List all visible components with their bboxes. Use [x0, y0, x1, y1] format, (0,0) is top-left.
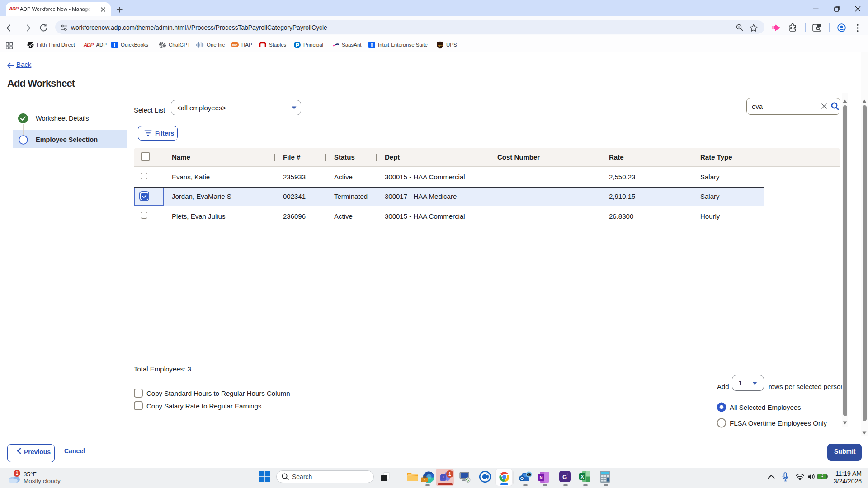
svg-text:O: O [520, 476, 524, 481]
svg-text:N: N [539, 475, 542, 480]
svg-text:G: G [562, 474, 567, 480]
svg-text:ups: ups [438, 44, 443, 47]
svg-text:T: T [442, 475, 444, 479]
svg-text:hap: hap [232, 43, 238, 47]
svg-text:X: X [580, 474, 584, 479]
